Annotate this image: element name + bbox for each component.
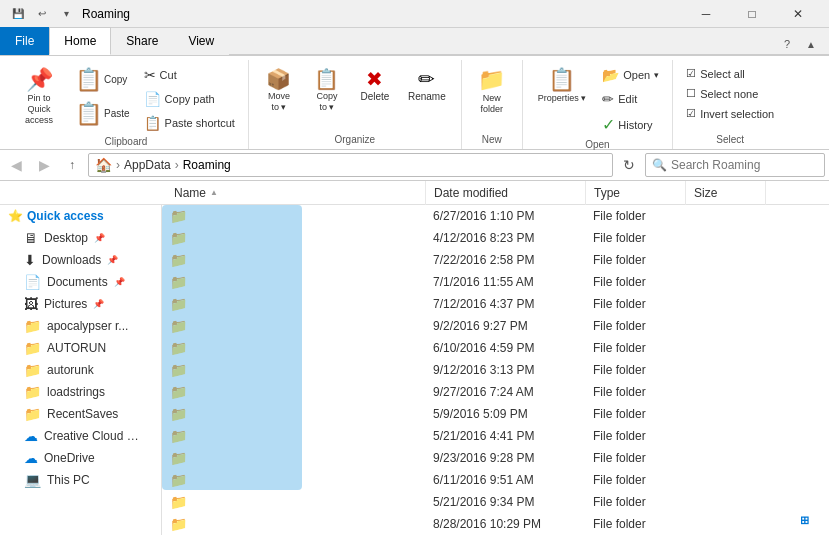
sidebar-item-10[interactable]: ☁OneDrive (0, 447, 161, 469)
ribbon-help-btn[interactable]: ? (777, 34, 797, 54)
table-row[interactable]: 📁9/12/2016 3:13 PMFile folder (162, 359, 829, 381)
file-type: File folder (593, 385, 693, 399)
pin-icon: 📌 (107, 255, 118, 265)
file-folder-icon: 📁 (170, 428, 187, 444)
copy-path-button[interactable]: 📄 Copy path (139, 88, 240, 110)
open-label: Open (623, 69, 650, 81)
sidebar-item-label: autorunk (47, 363, 94, 377)
invert-checkbox: ☑ (686, 107, 696, 120)
qa-dropdown-btn[interactable]: ▾ (56, 4, 76, 24)
select-all-label: Select all (700, 68, 745, 80)
sidebar-item-8[interactable]: 📁RecentSaves (0, 403, 161, 425)
table-row[interactable]: 📁6/27/2016 1:10 PMFile folder (162, 205, 829, 227)
table-row[interactable]: 📁4/12/2016 8:23 PMFile folder (162, 227, 829, 249)
close-button[interactable]: ✕ (775, 0, 821, 28)
table-row[interactable]: 📁8/28/2016 10:29 PMFile folder (162, 513, 829, 535)
sidebar-item-6[interactable]: 📁autorunk (0, 359, 161, 381)
new-folder-button[interactable]: 📁 Newfolder (470, 64, 514, 120)
qa-save-btn[interactable]: 💾 (8, 4, 28, 24)
table-row[interactable]: 📁5/9/2016 5:09 PMFile folder (162, 403, 829, 425)
minimize-button[interactable]: ─ (683, 0, 729, 28)
refresh-button[interactable]: ↻ (617, 153, 641, 177)
ribbon-collapse-btn[interactable]: ▲ (801, 34, 821, 54)
up-button[interactable]: ↑ (60, 153, 84, 177)
sidebar-item-3[interactable]: 🖼Pictures📌 (0, 293, 161, 315)
tab-view[interactable]: View (173, 27, 229, 55)
select-all-button[interactable]: ☑ Select all (681, 64, 779, 83)
col-header-type[interactable]: Type (586, 181, 686, 205)
sidebar-item-9[interactable]: ☁Creative Cloud Fil... (0, 425, 161, 447)
open-button[interactable]: 📂 Open ▾ (597, 64, 664, 86)
table-row[interactable]: 📁9/27/2016 7:24 AMFile folder (162, 381, 829, 403)
pin-to-quick-button[interactable]: 📌 Pin to Quick access (12, 64, 66, 130)
quick-access-label: Quick access (27, 209, 104, 223)
file-list[interactable]: 📁6/27/2016 1:10 PMFile folder📁4/12/2016 … (162, 205, 829, 535)
table-row[interactable]: 📁6/10/2016 4:59 PMFile folder (162, 337, 829, 359)
file-type: File folder (593, 363, 693, 377)
cut-button[interactable]: ✂ Cut (139, 64, 240, 86)
rename-button[interactable]: ✏ Rename (401, 64, 453, 108)
col-header-name[interactable]: Name ▲ (166, 181, 426, 205)
folder-icon: 📁 (24, 362, 41, 378)
file-date: 7/12/2016 4:37 PM (433, 297, 593, 311)
file-folder-icon: 📁 (170, 450, 187, 466)
file-date: 4/12/2016 8:23 PM (433, 231, 593, 245)
tab-share[interactable]: Share (111, 27, 173, 55)
file-date: 6/27/2016 1:10 PM (433, 209, 593, 223)
search-input[interactable] (671, 158, 821, 172)
file-folder-icon: 📁 (170, 230, 187, 246)
quick-access-toolbar: 💾 ↩ ▾ (8, 4, 76, 24)
delete-label: Delete (360, 91, 389, 103)
paste-button[interactable]: 📋 Paste (68, 98, 137, 130)
copy-to-button[interactable]: 📋 Copyto ▾ (305, 64, 349, 118)
qa-undo-btn[interactable]: ↩ (32, 4, 52, 24)
sidebar-item-7[interactable]: 📁loadstrings (0, 381, 161, 403)
address-path[interactable]: 🏠 › AppData › Roaming (88, 153, 613, 177)
history-button[interactable]: ✓ History (597, 112, 664, 137)
table-row[interactable]: 📁9/2/2016 9:27 PMFile folder (162, 315, 829, 337)
sidebar-item-1[interactable]: ⬇Downloads📌 (0, 249, 161, 271)
paste-label: Paste (104, 108, 130, 120)
sidebar-item-0[interactable]: 🖥Desktop📌 (0, 227, 161, 249)
file-date: 7/22/2016 2:58 PM (433, 253, 593, 267)
copy-to-label: Copyto ▾ (316, 91, 337, 113)
copy-button[interactable]: 📋 Copy (68, 64, 137, 96)
col-header-size[interactable]: Size (686, 181, 766, 205)
move-to-icon: 📦 (266, 69, 291, 89)
properties-button[interactable]: 📋 Properties ▾ (531, 64, 594, 109)
col-header-date[interactable]: Date modified (426, 181, 586, 205)
move-to-button[interactable]: 📦 Moveto ▾ (257, 64, 301, 118)
table-row[interactable]: 📁9/23/2016 9:28 PMFile folder (162, 447, 829, 469)
edit-button[interactable]: ✏ Edit (597, 88, 664, 110)
folder-icon: 📁 (24, 318, 41, 334)
delete-button[interactable]: ✖ Delete (353, 64, 397, 108)
tab-home[interactable]: Home (49, 27, 111, 55)
paste-shortcut-button[interactable]: 📋 Paste shortcut (139, 112, 240, 134)
invert-selection-button[interactable]: ☑ Invert selection (681, 104, 779, 123)
folder-icon: 📄 (24, 274, 41, 290)
table-row[interactable]: 📁7/12/2016 4:37 PMFile folder (162, 293, 829, 315)
sidebar-item-4[interactable]: 📁apocalypser r... (0, 315, 161, 337)
sidebar-item-5[interactable]: 📁AUTORUN (0, 337, 161, 359)
table-row[interactable]: 📁7/1/2016 11:55 AMFile folder (162, 271, 829, 293)
table-row[interactable]: 📁6/11/2016 9:51 AMFile folder (162, 469, 829, 491)
file-date: 6/11/2016 9:51 AM (433, 473, 593, 487)
table-row[interactable]: 📁5/21/2016 9:34 PMFile folder (162, 491, 829, 513)
table-row[interactable]: 📁7/22/2016 2:58 PMFile folder (162, 249, 829, 271)
select-none-button[interactable]: ☐ Select none (681, 84, 779, 103)
new-items: 📁 Newfolder (470, 60, 514, 132)
sidebar-item-11[interactable]: 💻This PC (0, 469, 161, 491)
column-headers: Name ▲ Date modified Type Size (0, 181, 829, 205)
table-row[interactable]: 📁5/21/2016 4:41 PMFile folder (162, 425, 829, 447)
sidebar-quick-access-header[interactable]: ⭐ Quick access (0, 205, 161, 227)
forward-button[interactable]: ▶ (32, 153, 56, 177)
sidebar-item-2[interactable]: 📄Documents📌 (0, 271, 161, 293)
edit-icon: ✏ (602, 91, 614, 107)
tab-file[interactable]: File (0, 27, 49, 55)
title-bar: 💾 ↩ ▾ Roaming ─ □ ✕ (0, 0, 829, 28)
clipboard-group-label: Clipboard (12, 134, 240, 151)
invert-label: Invert selection (700, 108, 774, 120)
maximize-button[interactable]: □ (729, 0, 775, 28)
back-button[interactable]: ◀ (4, 153, 28, 177)
sidebar-item-label: RecentSaves (47, 407, 118, 421)
